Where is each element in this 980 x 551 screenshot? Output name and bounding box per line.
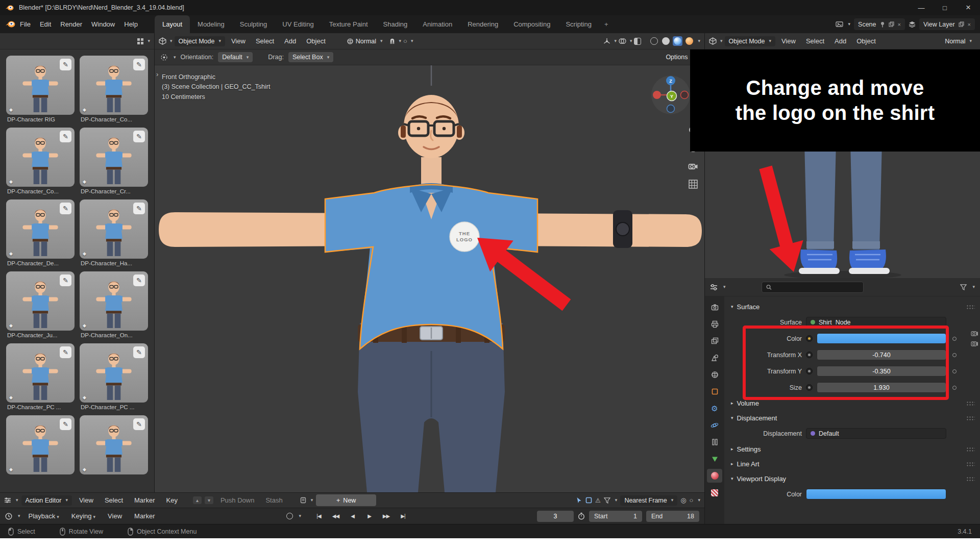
filter-icon[interactable] <box>960 284 967 290</box>
asset-item[interactable]: ✎◆DP-Character_Ha... <box>80 199 148 266</box>
stopwatch-icon[interactable] <box>578 512 585 520</box>
jump-to-end-button[interactable]: ▶| <box>397 511 409 522</box>
menu-help[interactable]: Help <box>119 18 142 30</box>
timeline-menu-marker[interactable]: Marker <box>130 512 159 520</box>
chevron-down-icon[interactable]: ▾ <box>848 22 851 27</box>
viewport-canvas[interactable]: THE LOGO › Front Orthographic (3) Scene … <box>155 65 704 492</box>
data-tab-icon[interactable] <box>707 452 722 466</box>
world-tab-icon[interactable] <box>707 368 722 382</box>
mode-dropdown[interactable]: Object Mode ▾ <box>175 36 225 46</box>
editor-type-icon[interactable] <box>710 284 718 291</box>
tab-sculpting[interactable]: Sculpting <box>232 15 275 33</box>
section-volume[interactable]: ▸ Volume <box>729 397 975 409</box>
color-swatch[interactable] <box>817 333 946 344</box>
chevron-down-icon[interactable]: ▾ <box>698 39 700 43</box>
edit-asset-icon[interactable]: ✎ <box>133 418 145 430</box>
dope-menu-view[interactable]: View <box>75 496 97 504</box>
edit-asset-icon[interactable]: ✎ <box>133 131 145 142</box>
move-down-button[interactable]: ▾ <box>205 496 213 504</box>
edit-asset-icon[interactable]: ✎ <box>133 346 145 358</box>
chevron-down-icon[interactable]: ▾ <box>411 39 413 43</box>
stash-button[interactable]: Stash <box>261 496 286 504</box>
viewport-color-swatch[interactable] <box>806 489 946 499</box>
transform-y-slider[interactable]: -0.350 <box>817 366 946 377</box>
viewlayer-tab-icon[interactable] <box>707 334 722 348</box>
drag-grip-icon[interactable] <box>966 416 975 420</box>
menu-file[interactable]: File <box>15 18 35 30</box>
menu-window[interactable]: Window <box>87 18 119 30</box>
drag-grip-icon[interactable] <box>966 462 975 466</box>
copy-icon[interactable] <box>959 21 964 27</box>
snap-mode-dropdown[interactable]: Nearest Frame ▾ <box>620 495 677 506</box>
maximize-button[interactable]: □ <box>933 0 957 15</box>
editor-type-icon[interactable] <box>709 37 717 45</box>
snap-target-icon[interactable]: ◎ <box>680 496 686 504</box>
scene-tab-icon[interactable] <box>707 351 722 365</box>
value-socket-icon[interactable] <box>806 384 813 391</box>
toggle-grid-icon[interactable] <box>688 179 698 189</box>
viewport-menu-view[interactable]: View <box>227 37 250 45</box>
tab-scripting[interactable]: Scripting <box>558 15 599 33</box>
value-socket-icon[interactable] <box>806 368 813 374</box>
chevron-down-icon[interactable]: ▾ <box>614 39 617 43</box>
xray-toggle-icon[interactable] <box>634 38 641 45</box>
properties-search[interactable] <box>762 282 864 293</box>
modifiers-tab-icon[interactable]: ⚙ <box>707 402 722 415</box>
copy-icon[interactable] <box>889 21 894 27</box>
dope-menu-select[interactable]: Select <box>101 496 127 504</box>
auto-keyframe-icon[interactable] <box>286 513 293 519</box>
move-up-button[interactable]: ▴ <box>193 496 202 504</box>
prev-keyframe-button[interactable]: ◀◀ <box>329 511 342 522</box>
chevron-down-icon[interactable]: ▾ <box>311 498 313 503</box>
selection-filter-icon[interactable] <box>576 497 582 504</box>
rendered-shading-icon[interactable] <box>684 36 694 46</box>
frame-start-field[interactable]: Start 1 <box>589 511 642 522</box>
chevron-down-icon[interactable]: ▾ <box>16 498 18 503</box>
playback-menu[interactable]: Playback▾ <box>24 512 63 520</box>
section-viewport-display[interactable]: ▾ Viewport Display <box>729 472 975 485</box>
animate-decorator-icon[interactable] <box>952 386 957 390</box>
editor-type-icon[interactable] <box>159 37 166 45</box>
chevron-down-icon[interactable]: ▾ <box>170 39 173 43</box>
chevron-down-icon[interactable]: ▾ <box>972 285 975 289</box>
viewport-menu-object[interactable]: Object <box>302 37 330 45</box>
drag-grip-icon[interactable] <box>966 305 975 309</box>
proportional-editing-icon[interactable]: ○ <box>403 37 407 45</box>
tab-uv-editing[interactable]: UV Editing <box>275 15 321 33</box>
warning-filter-icon[interactable]: ⚠ <box>595 497 601 504</box>
menu-render[interactable]: Render <box>56 18 87 30</box>
mode-dropdown[interactable]: Object Mode ▾ <box>725 36 775 46</box>
menu-edit[interactable]: Edit <box>35 18 56 30</box>
asset-item[interactable]: ✎◆DP-Character_De... <box>6 199 75 266</box>
pin-icon[interactable] <box>880 21 885 28</box>
asset-item[interactable]: ✎◆DP-Character_Cr... <box>80 128 148 194</box>
displacement-field[interactable]: Default <box>806 428 946 439</box>
remove-view-layer-icon[interactable]: × <box>968 21 971 28</box>
chevron-down-icon[interactable]: ▾ <box>399 39 402 43</box>
scene-browse-icon[interactable] <box>836 21 843 28</box>
main-3d-viewport[interactable]: ▾ Orientation: Default ▾ Drag: Select Bo… <box>155 49 704 492</box>
editor-type-icon[interactable] <box>5 513 12 520</box>
chevron-down-icon[interactable]: ▾ <box>148 39 150 43</box>
drag-grip-icon[interactable] <box>966 401 975 406</box>
edit-asset-icon[interactable]: ✎ <box>133 274 145 286</box>
asset-item[interactable]: ✎◆ <box>80 415 148 476</box>
section-surface[interactable]: ▾ Surface <box>729 300 975 313</box>
orientation-dropdown[interactable]: Default ▾ <box>218 52 253 62</box>
chevron-down-icon[interactable]: ▾ <box>18 514 20 518</box>
dope-menu-marker[interactable]: Marker <box>130 496 159 504</box>
section-settings[interactable]: ▸ Settings <box>729 443 975 455</box>
camera-view-icon[interactable] <box>688 161 698 171</box>
minimize-button[interactable]: — <box>910 0 933 15</box>
wireframe-shading-icon[interactable] <box>649 36 659 46</box>
play-reverse-button[interactable]: ◀ <box>346 511 359 522</box>
texture-tab-icon[interactable] <box>707 486 722 499</box>
chevron-down-icon[interactable]: ▾ <box>630 39 632 43</box>
timeline-menu-view[interactable]: View <box>104 512 126 520</box>
toolbar-expand-icon[interactable]: › <box>156 70 158 78</box>
transform-orientation-dropdown[interactable]: Normal ▾ <box>941 36 976 46</box>
active-tool-icon[interactable] <box>161 54 167 61</box>
viewport-menu-view[interactable]: View <box>777 37 800 45</box>
browse-action-icon[interactable] <box>300 497 306 504</box>
surface-node-field[interactable]: Shirt_Node <box>806 317 946 328</box>
